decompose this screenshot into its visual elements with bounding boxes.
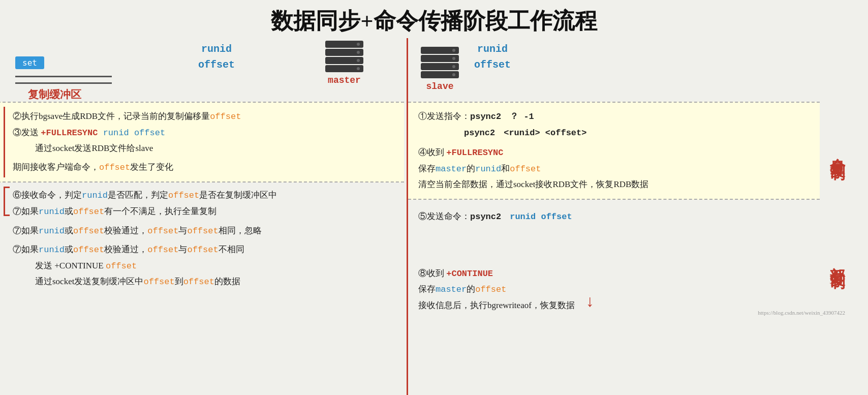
slave-label: slave [426, 81, 453, 92]
master-label: master [328, 75, 361, 85]
watermark: https://blog.csdn.net/weixin_43907422 [758, 310, 845, 316]
page-title: 数据同步+命令传播阶段工作流程 [0, 0, 868, 39]
partial-line4: ⑦如果runid或offset校验通过，offset与offset不相同 [13, 242, 399, 258]
full-line2: ③发送 +FULLRESYNC runid offset [13, 125, 397, 141]
master-server-icon [323, 41, 366, 75]
svg-point-14 [452, 65, 455, 68]
full-line4: 期间接收客户端命令，offset发生了变化 [13, 160, 397, 176]
svg-point-12 [452, 49, 455, 52]
partial-line6: 通过socket发送复制缓冲区中offset到offset的数据 [13, 274, 399, 290]
full-line3: 通过socket发送RDB文件给slave [13, 141, 397, 157]
right-partial-line3: 保存master的offset [418, 282, 789, 298]
right-partial-line4: 接收信息后，执行bgrewriteaof，恢复数据 [418, 298, 789, 314]
svg-point-6 [357, 59, 360, 62]
right-full-line4: 保存master的runid和offset [418, 161, 789, 177]
partial-copy-label: 部分复制 [827, 255, 848, 263]
svg-point-4 [357, 43, 360, 46]
right-full-line2: psync2 <runid> <offset> [418, 125, 789, 141]
bottom-arrow: ↓ [586, 292, 594, 311]
svg-point-5 [357, 51, 360, 54]
right-full-line5: 清空当前全部数据，通过socket接收RDB文件，恢复RDB数据 [418, 177, 789, 193]
right-column: slave runid offset 全量复制 ①发送指令：psync2 ？ -… [408, 38, 850, 318]
svg-point-13 [452, 57, 455, 60]
right-full-line3: ④收到 +FULLRESYNC [418, 145, 789, 161]
left-column: set 复制缓冲区 runid offset [0, 38, 407, 295]
slave-server-icon [418, 47, 461, 81]
svg-point-15 [452, 73, 455, 76]
partial-line3: ⑦如果runid或offset校验通过，offset与offset相同，忽略 [13, 223, 399, 239]
full-line1: ②执行bgsave生成RDB文件，记录当前的复制偏移量offset [13, 109, 397, 125]
right-partial-line2: ⑧收到 +CONTINUE [418, 266, 789, 282]
set-button: set [15, 56, 44, 69]
left-runid-label: runid [201, 43, 232, 55]
right-runid-label: runid [477, 43, 508, 55]
right-offset-label: offset [474, 59, 511, 71]
full-copy-label: 全量复制 [827, 146, 848, 155]
svg-point-7 [357, 67, 360, 70]
right-full-line1: ①发送指令：psync2 ？ -1 [418, 109, 789, 125]
partial-line1: ⑥接收命令，判定runid是否匹配，判定offset是否在复制缓冲区中 [13, 188, 399, 204]
left-offset-label: offset [198, 59, 235, 71]
partial-line2: ⑦如果runid或offset有一个不满足，执行全量复制 [13, 204, 399, 220]
buffer-label: 复制缓冲区 [28, 87, 81, 102]
partial-line5: 发送 +CONTINUE offset [13, 258, 399, 275]
right-partial-line1: ⑤发送命令：psync2 runid offset [418, 209, 789, 225]
page: 数据同步+命令传播阶段工作流程 set 复制缓冲区 runid offset [0, 0, 868, 395]
